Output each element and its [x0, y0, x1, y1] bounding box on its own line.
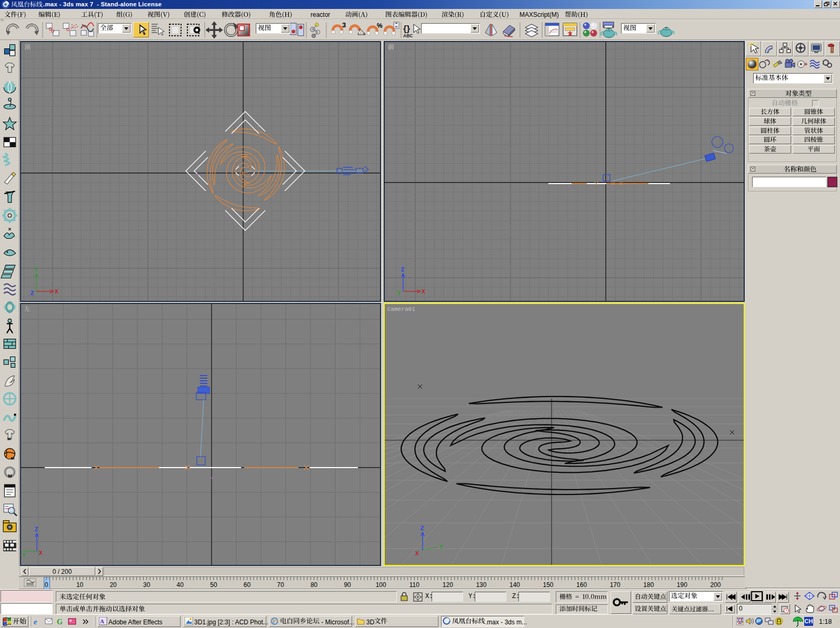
svg-text:X: X: [422, 289, 425, 295]
svg-text:40: 40: [177, 581, 184, 589]
svg-text:140: 140: [509, 581, 520, 589]
svg-text:Z: Z: [35, 526, 38, 532]
svg-text:M: M: [8, 473, 12, 479]
svg-text:110: 110: [409, 581, 419, 589]
svg-text:Y: Y: [22, 552, 26, 558]
svg-text:60: 60: [244, 581, 251, 589]
svg-text:180: 180: [643, 581, 654, 589]
svg-text:e: e: [273, 619, 275, 624]
svg-text:150: 150: [543, 581, 553, 589]
svg-text:Z: Z: [401, 267, 404, 272]
svg-text:ABC: ABC: [403, 33, 413, 38]
svg-text:G: G: [57, 618, 63, 626]
svg-text:170: 170: [610, 581, 621, 589]
svg-text:M: M: [11, 456, 15, 461]
svg-text:10: 10: [76, 581, 84, 589]
svg-text:130: 130: [476, 581, 486, 589]
svg-text:Z: Z: [421, 525, 424, 531]
svg-text:100: 100: [376, 581, 386, 589]
svg-text:90: 90: [344, 581, 351, 589]
svg-text:%: %: [377, 22, 383, 29]
svg-text:Y: Y: [34, 267, 38, 272]
svg-text:e: e: [34, 617, 37, 626]
svg-text:30: 30: [143, 581, 151, 589]
svg-text:X: X: [55, 289, 58, 295]
svg-text:160: 160: [576, 581, 587, 589]
svg-text:3: 3: [342, 21, 346, 29]
svg-text:70: 70: [277, 581, 284, 589]
svg-text:200: 200: [710, 581, 721, 589]
svg-text:A: A: [100, 618, 104, 624]
svg-text:20: 20: [109, 581, 117, 589]
svg-text:X: X: [39, 550, 43, 556]
svg-text:80: 80: [311, 581, 318, 589]
svg-text:0: 0: [45, 581, 48, 589]
svg-text:Y: Y: [439, 544, 443, 550]
svg-text:{}: {}: [403, 24, 411, 34]
svg-text:50: 50: [210, 581, 217, 589]
svg-text:190: 190: [677, 581, 687, 589]
svg-text:Y: Y: [397, 290, 401, 296]
svg-text:M: M: [7, 437, 11, 441]
svg-text:X: X: [415, 551, 419, 556]
svg-text:Z: Z: [31, 290, 34, 296]
svg-text:120: 120: [443, 581, 453, 589]
